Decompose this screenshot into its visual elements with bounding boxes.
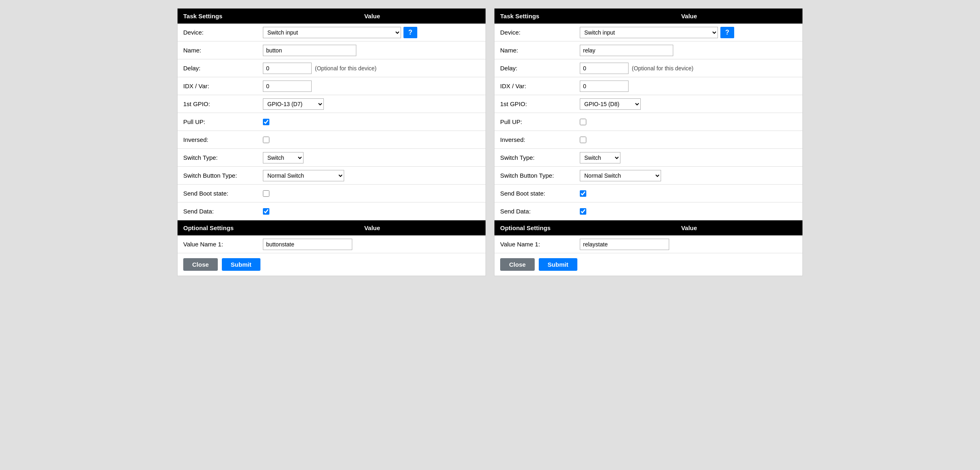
- delay-value-cell-1: (Optional for this device): [259, 60, 486, 76]
- submit-button-2[interactable]: Submit: [539, 258, 577, 271]
- send-boot-label-2: Send Boot state:: [494, 187, 576, 200]
- value-name-row-2: Value Name 1:: [494, 235, 802, 253]
- name-value-cell-1: [259, 42, 486, 59]
- gpio-value-cell-1: GPIO-13 (D7)GPIO-15 (D8)GPIO-0 (D3)GPIO-…: [259, 96, 486, 112]
- send-boot-row-2: Send Boot state:: [494, 185, 802, 202]
- device-value-cell-2: Switch inputRelayDHTDallas ?: [576, 24, 802, 41]
- gpio-select-1[interactable]: GPIO-13 (D7)GPIO-15 (D8)GPIO-0 (D3)GPIO-…: [263, 98, 324, 110]
- value-header-1: Value: [259, 9, 486, 24]
- value-name-input-2[interactable]: [580, 239, 669, 250]
- idx-label-2: IDX / Var:: [494, 79, 576, 93]
- inversed-value-cell-1: [259, 134, 486, 146]
- switch-button-select-1[interactable]: Normal SwitchPush Button Active HighPush…: [263, 170, 344, 181]
- optional-settings-label-2: Optional Settings: [494, 220, 576, 235]
- optional-settings-label-1: Optional Settings: [178, 220, 259, 235]
- inversed-row-2: Inversed:: [494, 131, 802, 149]
- send-data-checkbox-1[interactable]: [263, 208, 269, 215]
- value-name-input-1[interactable]: [263, 239, 352, 250]
- pull-up-checkbox-1[interactable]: [263, 119, 269, 125]
- switch-type-select-1[interactable]: SwitchDimmer: [263, 152, 304, 163]
- switch-type-label-1: Switch Type:: [178, 151, 259, 164]
- value-name-label-2: Value Name 1:: [494, 237, 576, 251]
- delay-optional-text-1: (Optional for this device): [315, 65, 377, 72]
- name-label-1: Name:: [178, 44, 259, 57]
- switch-button-row-1: Switch Button Type: Normal SwitchPush Bu…: [178, 167, 486, 185]
- close-button-2[interactable]: Close: [500, 258, 535, 271]
- table-header-1: Task Settings Value: [178, 9, 486, 24]
- submit-button-1[interactable]: Submit: [222, 258, 260, 271]
- switch-type-value-cell-2: SwitchDimmer: [576, 150, 802, 166]
- delay-input-2[interactable]: [580, 63, 629, 74]
- delay-value-cell-2: (Optional for this device): [576, 60, 802, 76]
- inversed-row-1: Inversed:: [178, 131, 486, 149]
- switch-type-select-2[interactable]: SwitchDimmer: [580, 152, 620, 163]
- switch-button-label-2: Switch Button Type:: [494, 169, 576, 182]
- value-header-2: Value: [576, 9, 802, 24]
- device-label-2: Device:: [494, 26, 576, 39]
- device-select-wrapper-1: Switch inputRelayDHTDallas ?: [263, 27, 417, 38]
- send-boot-label-1: Send Boot state:: [178, 187, 259, 200]
- pull-up-value-cell-2: [576, 116, 802, 128]
- switch-button-row-2: Switch Button Type: Normal SwitchPush Bu…: [494, 167, 802, 185]
- idx-input-2[interactable]: [580, 81, 629, 92]
- gpio-value-cell-2: GPIO-13 (D7)GPIO-15 (D8)GPIO-0 (D3)GPIO-…: [576, 96, 802, 112]
- device-select-2[interactable]: Switch inputRelayDHTDallas: [580, 27, 718, 38]
- name-row-1: Name:: [178, 41, 486, 59]
- value-name-label-1: Value Name 1:: [178, 237, 259, 251]
- action-buttons-1: Close Submit: [178, 253, 486, 276]
- idx-row-1: IDX / Var:: [178, 77, 486, 95]
- pull-up-value-cell-1: [259, 116, 486, 128]
- idx-value-cell-2: [576, 78, 802, 94]
- pull-up-row-2: Pull UP:: [494, 113, 802, 131]
- optional-value-label-1: Value: [259, 220, 486, 235]
- panel-1: Task Settings Value Device: Switch input…: [177, 8, 486, 276]
- table-header-2: Task Settings Value: [494, 9, 802, 24]
- inversed-checkbox-2[interactable]: [580, 137, 586, 143]
- optional-settings-header-1: Optional Settings Value: [178, 220, 486, 235]
- send-data-value-cell-2: [576, 206, 802, 217]
- send-data-checkbox-2[interactable]: [580, 208, 586, 215]
- name-input-1[interactable]: [263, 45, 356, 56]
- idx-row-2: IDX / Var:: [494, 77, 802, 95]
- switch-button-select-2[interactable]: Normal SwitchPush Button Active HighPush…: [580, 170, 661, 181]
- action-buttons-2: Close Submit: [494, 253, 802, 276]
- send-boot-checkbox-2[interactable]: [580, 190, 586, 197]
- pull-up-checkbox-2[interactable]: [580, 119, 586, 125]
- send-boot-value-cell-2: [576, 188, 802, 199]
- switch-type-row-2: Switch Type: SwitchDimmer: [494, 149, 802, 167]
- name-row-2: Name:: [494, 41, 802, 59]
- task-settings-header-1: Task Settings: [178, 9, 259, 24]
- switch-type-value-cell-1: SwitchDimmer: [259, 150, 486, 166]
- name-input-2[interactable]: [580, 45, 673, 56]
- inversed-checkbox-1[interactable]: [263, 137, 269, 143]
- device-select-wrapper-2: Switch inputRelayDHTDallas ?: [580, 27, 734, 38]
- help-button-2[interactable]: ?: [720, 27, 734, 38]
- pull-up-label-2: Pull UP:: [494, 115, 576, 128]
- help-button-1[interactable]: ?: [403, 27, 417, 38]
- send-data-value-cell-1: [259, 206, 486, 217]
- switch-button-value-cell-1: Normal SwitchPush Button Active HighPush…: [259, 168, 486, 184]
- send-data-label-1: Send Data:: [178, 205, 259, 218]
- gpio-label-1: 1st GPIO:: [178, 97, 259, 111]
- gpio-row-1: 1st GPIO: GPIO-13 (D7)GPIO-15 (D8)GPIO-0…: [178, 95, 486, 113]
- send-boot-checkbox-1[interactable]: [263, 190, 269, 197]
- device-row-1: Device: Switch inputRelayDHTDallas ?: [178, 24, 486, 41]
- pull-up-row-1: Pull UP:: [178, 113, 486, 131]
- close-button-1[interactable]: Close: [183, 258, 218, 271]
- send-data-label-2: Send Data:: [494, 205, 576, 218]
- switch-type-row-1: Switch Type: SwitchDimmer: [178, 149, 486, 167]
- switch-button-label-1: Switch Button Type:: [178, 169, 259, 182]
- idx-input-1[interactable]: [263, 81, 312, 92]
- device-value-cell-1: Switch inputRelayDHTDallas ?: [259, 24, 486, 41]
- delay-row-2: Delay: (Optional for this device): [494, 59, 802, 77]
- optional-settings-header-2: Optional Settings Value: [494, 220, 802, 235]
- gpio-row-2: 1st GPIO: GPIO-13 (D7)GPIO-15 (D8)GPIO-0…: [494, 95, 802, 113]
- name-label-2: Name:: [494, 44, 576, 57]
- value-name-value-cell-2: [576, 236, 802, 252]
- device-select-1[interactable]: Switch inputRelayDHTDallas: [263, 27, 401, 38]
- panel-2: Task Settings Value Device: Switch input…: [494, 8, 803, 276]
- delay-input-1[interactable]: [263, 63, 312, 74]
- delay-label-2: Delay:: [494, 61, 576, 75]
- inversed-label-1: Inversed:: [178, 133, 259, 146]
- gpio-select-2[interactable]: GPIO-13 (D7)GPIO-15 (D8)GPIO-0 (D3)GPIO-…: [580, 98, 641, 110]
